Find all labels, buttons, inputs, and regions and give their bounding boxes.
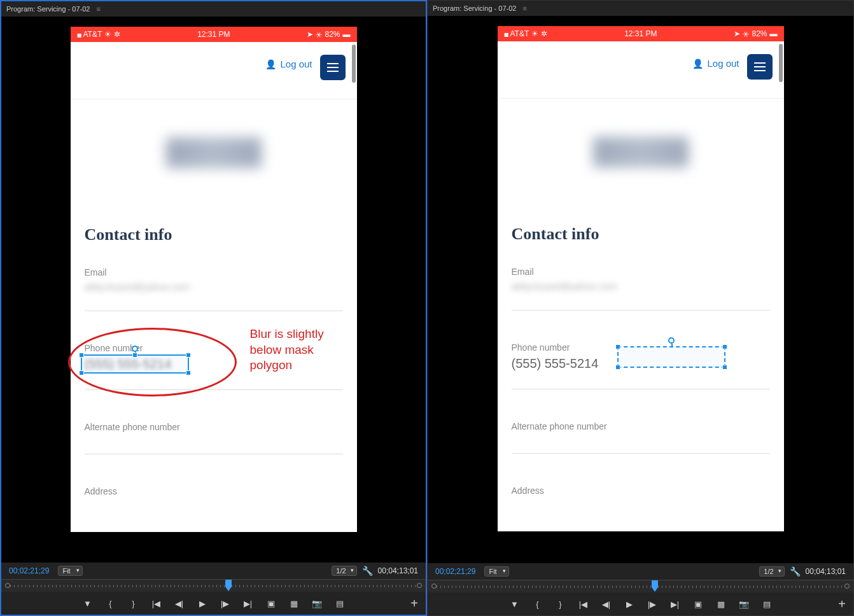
mask-handle-tc[interactable] xyxy=(132,353,137,358)
go-to-out-icon[interactable]: ▶| xyxy=(242,598,254,609)
transport-controls: ▼ { } |◀ ◀| ▶ |▶ ▶| ▣ ▦ 📷 ▤ + xyxy=(428,592,853,615)
timeline-ruler[interactable] xyxy=(1,579,426,592)
monitor-controls-row: 00;02;21;29 Fit 1/2 🔧 00;04;13;01 xyxy=(1,563,426,579)
play-icon[interactable]: ▶ xyxy=(624,598,635,610)
program-tab-label[interactable]: Program: Servicing - 07-02 xyxy=(6,5,90,13)
mask-handle-bl[interactable] xyxy=(79,370,84,375)
ruler-out-point-icon[interactable] xyxy=(417,583,422,588)
mark-out-icon[interactable]: } xyxy=(555,598,566,610)
mask-handle-tr[interactable] xyxy=(186,353,191,358)
zoom-fit-dropdown[interactable]: Fit xyxy=(484,566,508,577)
person-icon: 👤 xyxy=(265,59,276,69)
timeline-ruler[interactable] xyxy=(428,580,853,592)
extract-icon[interactable]: ▦ xyxy=(715,598,727,610)
mask-polygon-selection[interactable] xyxy=(617,346,725,368)
go-to-in-icon[interactable]: |◀ xyxy=(151,598,162,609)
mask-rotation-handle[interactable] xyxy=(668,337,675,344)
signal-icon xyxy=(504,29,508,38)
loading-icon: ✲ xyxy=(541,29,547,38)
panel-menu-icon[interactable]: ≡ xyxy=(522,4,526,12)
step-back-icon[interactable]: ◀| xyxy=(601,598,612,610)
logout-link[interactable]: 👤 Log out xyxy=(692,58,739,69)
phone-field-group: Phone number (555) 555-5214 Blur is slig… xyxy=(85,343,343,390)
step-back-icon[interactable]: ◀| xyxy=(174,598,185,609)
status-time: 12:31 PM xyxy=(624,29,657,38)
content-area: Contact info Email abby.bryant@yahoo.com… xyxy=(71,99,357,532)
panel-tab-header: Program: Servicing - 07-02 ≡ xyxy=(428,1,853,16)
export-frame-icon[interactable]: 📷 xyxy=(738,598,750,610)
mask-rotation-handle[interactable] xyxy=(132,346,138,352)
comparison-view-icon[interactable]: ▤ xyxy=(334,598,346,609)
alt-phone-field-group: Alternate phone number xyxy=(85,422,343,454)
email-label: Email xyxy=(85,267,343,277)
location-icon: ➤ xyxy=(734,29,740,38)
mark-in-icon[interactable]: { xyxy=(105,598,116,609)
mask-handle-bl[interactable] xyxy=(615,365,620,370)
mask-handle-tl[interactable] xyxy=(79,353,84,358)
mask-handle-br[interactable] xyxy=(722,365,727,370)
lift-icon[interactable]: ▣ xyxy=(265,598,277,609)
button-editor-plus-icon[interactable]: + xyxy=(838,597,846,612)
email-field-group: Email abby.bryant@yahoo.com xyxy=(85,267,343,311)
mask-polygon-selection[interactable] xyxy=(81,354,189,374)
timecode-total: 00;04;13;01 xyxy=(378,566,418,575)
timecode-current[interactable]: 00;02;21;29 xyxy=(9,566,49,575)
ruler-out-point-icon[interactable] xyxy=(844,584,850,589)
add-marker-icon[interactable]: ▼ xyxy=(82,598,94,609)
monitor-controls-row: 00;02;21;29 Fit 1/2 🔧 00;04;13;01 xyxy=(428,563,853,580)
play-icon[interactable]: ▶ xyxy=(197,598,208,609)
extract-icon[interactable]: ▦ xyxy=(288,598,300,609)
step-forward-icon[interactable]: |▶ xyxy=(220,598,231,609)
annotation-line3: polygon xyxy=(250,358,365,374)
scrollbar-vertical[interactable] xyxy=(779,44,783,82)
hamburger-menu-button[interactable] xyxy=(747,54,773,80)
panel-menu-icon[interactable]: ≡ xyxy=(96,5,100,13)
hamburger-menu-button[interactable] xyxy=(320,55,346,80)
resolution-dropdown[interactable]: 1/2 xyxy=(332,566,356,576)
comparison-view-icon[interactable]: ▤ xyxy=(761,598,773,610)
email-field-group: Email abby.bryant@yahoo.com xyxy=(512,267,770,311)
playhead-indicator[interactable] xyxy=(225,580,232,591)
contact-info-heading: Contact info xyxy=(512,225,770,244)
settings-wrench-icon[interactable]: 🔧 xyxy=(790,566,801,577)
wifi-icon: ☀ xyxy=(531,29,538,38)
lift-icon[interactable]: ▣ xyxy=(692,598,704,610)
go-to-out-icon[interactable]: ▶| xyxy=(669,598,681,610)
program-tab-label[interactable]: Program: Servicing - 07-02 xyxy=(433,4,516,12)
annotation-line2: below mask xyxy=(250,342,365,358)
add-marker-icon[interactable]: ▼ xyxy=(509,598,521,610)
export-frame-icon[interactable]: 📷 xyxy=(311,598,323,609)
playhead-indicator[interactable] xyxy=(652,580,658,592)
mask-handle-tr[interactable] xyxy=(722,344,727,349)
logout-link[interactable]: 👤 Log out xyxy=(265,59,312,69)
person-icon: 👤 xyxy=(692,59,703,69)
carrier-label: AT&T xyxy=(83,30,102,39)
ruler-in-point-icon[interactable] xyxy=(431,584,437,589)
alt-phone-label: Alternate phone number xyxy=(85,422,343,432)
mask-handle-tl[interactable] xyxy=(615,344,620,349)
zoom-fit-dropdown[interactable]: Fit xyxy=(58,566,82,576)
phone-mockup: AT&T ☀ ✲ 12:31 PM ➤ ⚹ 82% ▬ 👤 Log out xyxy=(71,27,357,532)
status-time: 12:31 PM xyxy=(197,30,230,39)
monitor-canvas[interactable]: AT&T ☀ ✲ 12:31 PM ➤ ⚹ 82% ▬ 👤 Log out xyxy=(428,16,853,563)
go-to-in-icon[interactable]: |◀ xyxy=(578,598,589,610)
timecode-current[interactable]: 00;02;21;29 xyxy=(435,567,475,576)
step-forward-icon[interactable]: |▶ xyxy=(647,598,658,610)
settings-wrench-icon[interactable]: 🔧 xyxy=(362,566,373,576)
ruler-in-point-icon[interactable] xyxy=(5,583,10,588)
app-header: 👤 Log out xyxy=(498,41,784,99)
mark-out-icon[interactable]: } xyxy=(128,598,139,609)
mask-handle-br[interactable] xyxy=(186,370,191,375)
logout-label: Log out xyxy=(707,58,739,69)
bluetooth-icon: ⚹ xyxy=(743,29,749,38)
email-value-blurred: abby.bryant@yahoo.com xyxy=(512,281,658,292)
alt-phone-label: Alternate phone number xyxy=(512,421,770,431)
button-editor-plus-icon[interactable]: + xyxy=(410,596,418,611)
scrollbar-vertical[interactable] xyxy=(352,45,356,83)
monitor-canvas[interactable]: AT&T ☀ ✲ 12:31 PM ➤ ⚹ 82% ▬ 👤 Log out xyxy=(1,17,426,563)
email-label: Email xyxy=(512,267,770,277)
resolution-dropdown[interactable]: 1/2 xyxy=(759,566,784,577)
content-area: Contact info Email abby.bryant@yahoo.com… xyxy=(498,99,784,531)
mark-in-icon[interactable]: { xyxy=(532,598,543,610)
loading-icon: ✲ xyxy=(114,30,120,39)
